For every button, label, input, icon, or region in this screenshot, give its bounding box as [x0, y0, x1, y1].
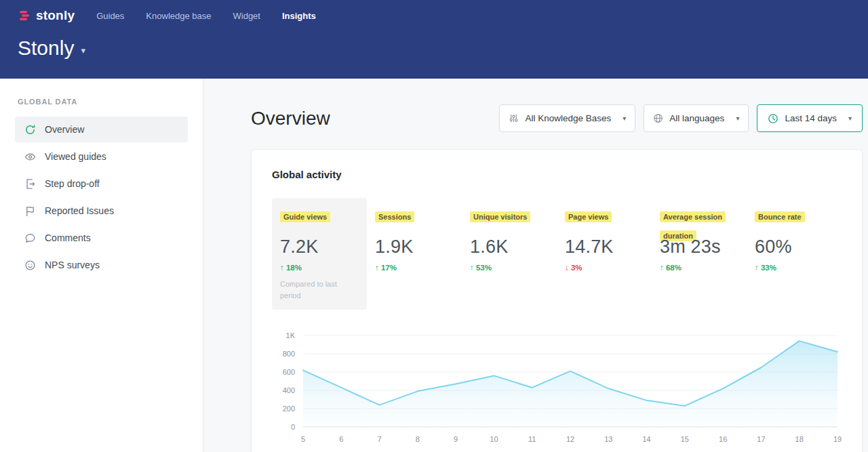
svg-text:19: 19 — [833, 435, 842, 443]
languages-value: All languages — [669, 113, 724, 123]
document-exit-icon — [24, 178, 36, 190]
sidebar-item-step-drop-off[interactable]: Step drop-off — [15, 171, 188, 197]
sidebar: GLOBAL DATA Overview Viewed guides Step … — [0, 79, 203, 452]
smiley-icon — [24, 260, 36, 271]
metric-delta: ↑ 53% — [470, 264, 549, 272]
arrow-icon: ↑ — [375, 264, 379, 272]
svg-text:17: 17 — [757, 435, 765, 443]
metric-label: Page views — [565, 211, 612, 222]
knowledge-bases-dropdown[interactable]: All Knowledge Bases ▾ — [499, 104, 635, 132]
metric-label: Guide views — [280, 211, 330, 222]
metric-delta: ↑ 18% — [280, 264, 359, 272]
svg-text:12: 12 — [566, 435, 574, 443]
date-range-dropdown[interactable]: Last 14 days ▾ — [757, 104, 863, 132]
svg-text:16: 16 — [719, 435, 727, 443]
metric-sessions[interactable]: Sessions 1.9K ↑ 17% — [367, 198, 462, 310]
sidebar-item-label: Comments — [45, 232, 91, 243]
metric-value: 1.9K — [375, 237, 454, 258]
svg-text:800: 800 — [283, 350, 295, 358]
app-header: stonly Guides Knowledge base Widget Insi… — [0, 0, 868, 79]
metric-value: 7.2K — [280, 237, 359, 258]
arrow-icon: ↑ — [755, 264, 759, 272]
topnav-insights[interactable]: Insights — [282, 8, 316, 24]
metric-unique-visitors[interactable]: Unique visitors 1.6K ↑ 53% — [462, 198, 557, 310]
date-range-value: Last 14 days — [785, 113, 837, 123]
arrow-icon: ↓ — [565, 264, 569, 272]
filters: All Knowledge Bases ▾ All languages ▾ La… — [499, 104, 863, 132]
svg-text:5: 5 — [301, 435, 305, 443]
metric-delta: ↑ 33% — [755, 264, 833, 272]
sidebar-item-reported-issues[interactable]: Reported Issues — [15, 198, 188, 224]
clock-icon — [768, 113, 778, 124]
metric-value: 3m 23s — [660, 237, 738, 258]
logo-text: stonly — [36, 8, 75, 23]
chevron-down-icon: ▾ — [81, 41, 85, 56]
card-title: Global activity — [272, 169, 842, 180]
metric-guide-views[interactable]: Guide views 7.2K ↑ 18% Compared to last … — [272, 198, 367, 310]
area-chart: 02004006008001K5678910111213141516171819 — [272, 329, 842, 447]
speech-bubble-icon — [24, 232, 36, 244]
metric-label: Bounce rate — [755, 211, 805, 222]
metric-delta: ↑ 17% — [375, 264, 454, 272]
sidebar-item-overview[interactable]: Overview — [15, 117, 188, 142]
knowledge-bases-value: All Knowledge Bases — [525, 113, 611, 123]
sidebar-section-label: GLOBAL DATA — [18, 98, 185, 106]
metric-note: Compared to last period — [280, 279, 359, 301]
sidebar-item-nps-surveys[interactable]: NPS surveys — [15, 252, 188, 278]
chevron-down-icon: ▾ — [848, 115, 852, 122]
topnav-guides[interactable]: Guides — [96, 8, 124, 24]
metric-value: 60% — [755, 237, 833, 258]
globe-icon — [653, 113, 663, 123]
sidebar-item-label: Overview — [45, 124, 84, 135]
svg-text:6: 6 — [339, 435, 343, 443]
stonly-logo-icon — [18, 9, 31, 22]
metric-value: 14.7K — [565, 237, 644, 258]
topnav-items: Guides Knowledge base Widget Insights — [96, 8, 316, 24]
metric-delta: ↑ 68% — [660, 264, 738, 272]
sliders-icon — [509, 113, 519, 123]
sidebar-item-label: Reported Issues — [45, 205, 114, 216]
svg-text:13: 13 — [604, 435, 612, 443]
metric-bounce-rate[interactable]: Bounce rate 60% ↑ 33% — [747, 198, 842, 310]
workspace-switcher[interactable]: Stonly ▾ — [18, 37, 85, 60]
svg-text:600: 600 — [283, 368, 295, 376]
svg-text:8: 8 — [416, 435, 420, 443]
eye-icon — [24, 151, 36, 163]
languages-dropdown[interactable]: All languages ▾ — [644, 104, 749, 132]
metric-average-session-duration[interactable]: Average session duration 3m 23s ↑ 68% — [652, 198, 747, 310]
refresh-circle-icon — [24, 124, 36, 136]
sidebar-item-label: Step drop-off — [45, 178, 100, 189]
svg-text:18: 18 — [795, 435, 804, 443]
chevron-down-icon: ▾ — [623, 115, 626, 122]
metric-label: Unique visitors — [470, 211, 530, 222]
sidebar-item-comments[interactable]: Comments — [15, 225, 188, 251]
flag-icon — [24, 205, 36, 217]
activity-chart: 02004006008001K5678910111213141516171819 — [272, 329, 842, 447]
main-content: Overview All Knowledge Bases ▾ All langu… — [203, 79, 868, 452]
svg-text:9: 9 — [454, 435, 458, 443]
svg-text:0: 0 — [291, 423, 295, 431]
svg-text:7: 7 — [378, 435, 382, 443]
sidebar-item-label: NPS surveys — [45, 260, 100, 270]
topnav-widget[interactable]: Widget — [233, 8, 260, 24]
svg-text:14: 14 — [642, 435, 650, 443]
svg-text:10: 10 — [490, 435, 498, 443]
metric-page-views[interactable]: Page views 14.7K ↓ 3% — [557, 198, 652, 310]
stonly-logo[interactable]: stonly — [18, 8, 75, 23]
global-activity-card: Global activity Guide views 7.2K ↑ 18% C… — [251, 149, 863, 452]
metric-delta: ↓ 3% — [565, 264, 644, 272]
page-title: Overview — [251, 108, 330, 129]
top-navigation: stonly Guides Knowledge base Widget Insi… — [0, 0, 868, 31]
workspace-name: Stonly — [18, 37, 74, 60]
sidebar-item-viewed-guides[interactable]: Viewed guides — [15, 144, 188, 169]
topnav-knowledge-base[interactable]: Knowledge base — [146, 8, 211, 24]
metric-label: Sessions — [375, 211, 414, 222]
svg-text:200: 200 — [283, 405, 295, 413]
chevron-down-icon: ▾ — [736, 115, 739, 122]
svg-text:1K: 1K — [286, 331, 296, 340]
svg-text:15: 15 — [681, 435, 689, 443]
arrow-icon: ↑ — [280, 264, 284, 272]
metric-value: 1.6K — [470, 237, 549, 258]
arrow-icon: ↑ — [660, 264, 664, 272]
sidebar-item-label: Viewed guides — [45, 151, 106, 162]
